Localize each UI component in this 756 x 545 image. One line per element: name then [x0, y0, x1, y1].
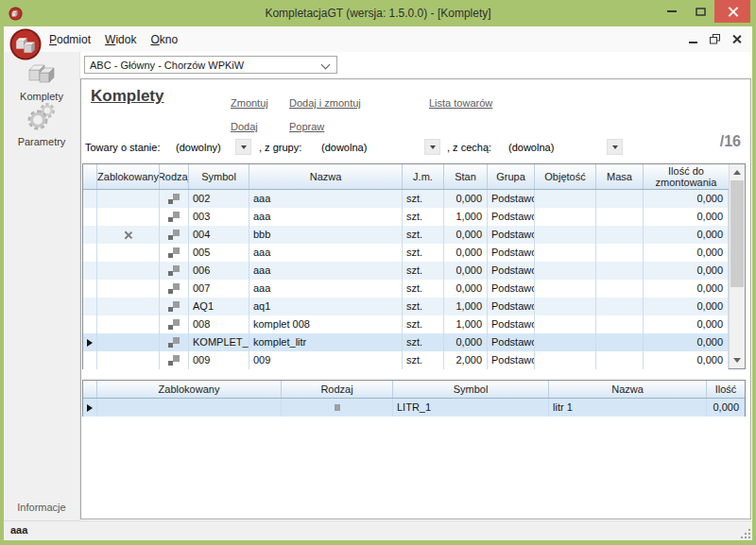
cell-grupa[interactable]: Podstawo... — [488, 190, 535, 208]
column-header-ilosc[interactable]: Ilość do zmontowania — [644, 164, 729, 189]
cell-symbol[interactable]: 006 — [189, 262, 249, 280]
cell-grupa[interactable]: Podstawo... — [488, 280, 535, 298]
link-popraw[interactable]: Popraw — [289, 121, 324, 132]
cell-zablokowany[interactable] — [97, 190, 160, 208]
cell-ilosc[interactable]: 0,000 — [644, 351, 729, 369]
mdi-restore-button[interactable] — [710, 31, 720, 48]
column-header-symbol[interactable]: Symbol — [393, 381, 549, 398]
scrollbar-up-button[interactable] — [730, 164, 745, 180]
cell-zablokowany[interactable] — [97, 333, 160, 351]
cell-grupa[interactable]: Podstawo... — [488, 262, 535, 280]
row-selector[interactable] — [83, 280, 97, 298]
cell-objetosc[interactable] — [535, 226, 596, 244]
cell-stan[interactable]: 0,000 — [444, 262, 488, 280]
cell-symbol[interactable]: 004 — [189, 226, 249, 244]
row-selector[interactable] — [83, 298, 97, 315]
column-header-masa[interactable]: Masa — [596, 164, 644, 189]
cell-zablokowany[interactable] — [97, 244, 160, 262]
menu-widok[interactable]: Widok — [105, 33, 136, 46]
cell-ilosc[interactable]: 0,000 — [644, 208, 729, 226]
cell-jm[interactable]: szt. — [403, 190, 444, 208]
cell-stan[interactable]: 1,000 — [444, 298, 488, 315]
cell-zablokowany[interactable] — [97, 208, 160, 226]
filter-stan-dropdown-button[interactable] — [235, 139, 251, 155]
window-maximize-button[interactable] — [686, 0, 714, 23]
column-header-nazwa[interactable]: Nazwa — [249, 164, 403, 189]
cell-nazwa[interactable]: aq1 — [249, 298, 403, 315]
cell-grupa[interactable]: Podstawo... — [488, 333, 535, 351]
cell-objetosc[interactable] — [535, 351, 596, 369]
cell-grupa[interactable]: Podstawo... — [488, 351, 535, 369]
table-row[interactable]: 004bbbszt.0,000Podstawo...0,000 — [83, 226, 729, 244]
cell-objetosc[interactable] — [535, 190, 596, 208]
cell-nazwa[interactable]: 009 — [249, 351, 403, 369]
cell-symbol[interactable]: 005 — [189, 244, 249, 262]
cell-ilosc[interactable]: 0,000 — [644, 262, 729, 280]
cell-symbol[interactable]: 009 — [189, 351, 249, 369]
cell-ilosc[interactable]: 0,000 — [644, 244, 729, 262]
link-zmontuj[interactable]: Zmontuj — [231, 97, 268, 109]
cell-nazwa[interactable]: bbb — [249, 226, 403, 244]
cell-stan[interactable]: 1,000 — [444, 315, 488, 333]
cell-rodzaj[interactable] — [160, 333, 189, 351]
cell-symbol[interactable]: 002 — [189, 190, 249, 208]
cell-ilosc[interactable]: 0,000 — [644, 298, 729, 315]
column-header-stan[interactable]: Stan — [444, 164, 488, 189]
cell-zablokowany[interactable] — [97, 399, 282, 417]
cell-rodzaj[interactable] — [160, 208, 189, 226]
table-row[interactable]: 008komplet 008szt.1,000Podstawo...0,000 — [83, 315, 729, 333]
cell-rodzaj[interactable] — [160, 280, 189, 298]
cell-nazwa[interactable]: aaa — [249, 208, 403, 226]
column-header-grupa[interactable]: Grupa — [488, 164, 535, 189]
filter-cecha-value[interactable]: (dowolna) — [508, 142, 554, 153]
column-header-jm[interactable]: J.m. — [403, 164, 444, 189]
cell-stan[interactable]: 0,000 — [444, 333, 488, 351]
cell-stan[interactable]: 0,000 — [444, 190, 488, 208]
resize-grip[interactable] — [739, 527, 750, 538]
cell-rodzaj[interactable] — [160, 315, 189, 333]
selector-column-header[interactable] — [83, 381, 97, 398]
cell-jm[interactable]: szt. — [403, 351, 444, 369]
filter-grupa-dropdown-button[interactable] — [424, 139, 440, 155]
row-selector[interactable] — [83, 315, 97, 333]
cell-jm[interactable]: szt. — [403, 298, 444, 315]
vertical-scrollbar[interactable] — [729, 164, 745, 368]
cell-jm[interactable]: szt. — [403, 208, 444, 226]
cell-masa[interactable] — [596, 226, 644, 244]
cell-stan[interactable]: 0,000 — [444, 244, 488, 262]
menu-podmiot[interactable]: Podmiot — [49, 33, 91, 46]
table-row[interactable]: 007aaaszt.0,000Podstawo...0,000 — [83, 280, 729, 298]
mdi-minimize-button[interactable] — [689, 42, 697, 43]
cell-masa[interactable] — [596, 244, 644, 262]
column-header-objetosc[interactable]: Objętość — [535, 164, 596, 189]
cell-nazwa[interactable]: komplet_litr — [249, 333, 403, 351]
cell-objetosc[interactable] — [535, 208, 596, 226]
cell-rodzaj[interactable] — [160, 244, 189, 262]
cell-jm[interactable]: szt. — [403, 262, 444, 280]
window-close-button[interactable] — [714, 0, 750, 23]
cell-ilosc[interactable]: 0,000 — [644, 190, 729, 208]
cell-zablokowany[interactable] — [97, 351, 160, 369]
cell-rodzaj[interactable] — [160, 262, 189, 280]
cell-masa[interactable] — [596, 208, 644, 226]
filter-stan-value[interactable]: (dowolny) — [176, 142, 221, 153]
cell-masa[interactable] — [596, 190, 644, 208]
cell-rodzaj[interactable] — [160, 298, 189, 315]
scrollbar-thumb[interactable] — [730, 180, 744, 287]
mdi-close-button[interactable] — [732, 35, 741, 43]
cell-stan[interactable]: 0,000 — [444, 226, 488, 244]
link-dodaj-i-zmontuj[interactable]: Dodaj i zmontuj — [289, 97, 361, 109]
cell-nazwa[interactable]: aaa — [249, 262, 403, 280]
column-header-rodzaj[interactable]: Rodzaj — [160, 164, 189, 189]
row-selector[interactable] — [83, 262, 97, 280]
menu-okno[interactable]: Okno — [150, 33, 178, 46]
cell-objetosc[interactable] — [535, 298, 596, 315]
cell-stan[interactable]: 0,000 — [444, 280, 488, 298]
cell-objetosc[interactable] — [535, 244, 596, 262]
filter-grupa-value[interactable]: (dowolna) — [321, 142, 367, 153]
cell-ilosc[interactable]: 0,000 — [644, 226, 729, 244]
column-header-zablokowany[interactable]: Zablokowany — [97, 164, 160, 189]
table-row[interactable]: 009009szt.2,000Podstawo...0,000 — [83, 351, 729, 369]
cell-jm[interactable]: szt. — [403, 333, 444, 351]
cell-stan[interactable]: 2,000 — [444, 351, 488, 369]
